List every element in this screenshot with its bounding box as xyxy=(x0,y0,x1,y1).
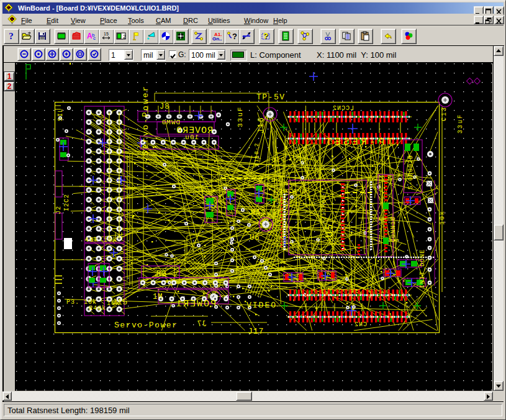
svg-text:U5: U5 xyxy=(324,223,335,237)
svg-text:DWM0: DWM0 xyxy=(161,119,180,126)
svg-text:C3: C3 xyxy=(279,259,287,270)
svg-text:1M: 1M xyxy=(153,293,163,301)
svg-text:uPA2003: uPA2003 xyxy=(273,188,306,195)
svg-text:?: ? xyxy=(263,31,268,40)
svg-text:?: ? xyxy=(232,32,237,41)
svg-text:Gn..: Gn.. xyxy=(212,36,222,41)
svg-text:15: 15 xyxy=(104,32,109,36)
svg-text:TP-5V: TP-5V xyxy=(256,93,286,102)
svg-text:Servo-Power: Servo-Power xyxy=(141,85,150,155)
svg-text:J16: J16 xyxy=(257,116,266,134)
svg-text:J8: J8 xyxy=(160,103,169,111)
svg-text:R40k: R40k xyxy=(89,305,106,312)
svg-text:c: c xyxy=(93,35,96,41)
svg-text:INIT_DONE: INIT_DONE xyxy=(419,249,426,288)
svg-text:33uF: 33uF xyxy=(457,114,464,134)
svg-text:U6: U6 xyxy=(250,234,260,242)
svg-text:J2: J2 xyxy=(55,206,62,214)
svg-text:211Ke0: 211Ke0 xyxy=(320,194,327,221)
svg-text:10k: 10k xyxy=(439,210,446,225)
svg-text:3000u: 3000u xyxy=(301,147,307,164)
svg-text:I2C2: I2C2 xyxy=(63,194,70,211)
svg-text:POWER1: POWER1 xyxy=(175,299,216,309)
svg-text:916: 916 xyxy=(271,156,285,163)
svg-text:J17: J17 xyxy=(248,327,264,336)
svg-text:J7: J7 xyxy=(197,320,207,329)
svg-text:43k 10k: 43k 10k xyxy=(84,236,117,244)
svg-text:CN2: CN2 xyxy=(354,321,367,328)
svg-text:TP-RESET: TP-RESET xyxy=(323,137,393,148)
svg-text:R2: R2 xyxy=(156,270,166,278)
svg-text:?: ? xyxy=(9,31,14,41)
svg-text:1118-2: 1118-2 xyxy=(254,143,260,167)
svg-text:C13: C13 xyxy=(441,106,448,121)
svg-text:10u: 10u xyxy=(184,134,199,141)
svg-text:SIL: SIL xyxy=(57,108,64,121)
svg-text:33uF: 33uF xyxy=(237,106,244,127)
svg-text:S-08002D: S-08002D xyxy=(407,155,414,189)
svg-text:TP-CAM: TP-CAM xyxy=(250,209,281,217)
svg-text:2: 2 xyxy=(123,34,126,40)
svg-text:C0NN16: C0NN16 xyxy=(390,216,397,242)
svg-text:VIDEO: VIDEO xyxy=(246,301,277,310)
svg-text:Servo-Power: Servo-Power xyxy=(114,321,178,330)
svg-text:LCCN2: LCCN2 xyxy=(332,105,354,112)
svg-text:10k: 10k xyxy=(107,300,120,307)
